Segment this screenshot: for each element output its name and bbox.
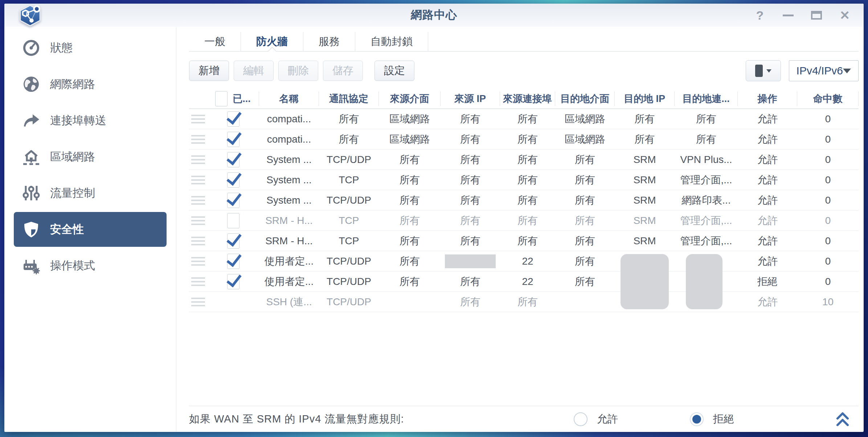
policy-radio-deny[interactable]: 拒絕 [690, 412, 734, 426]
cell-src_if: 所有 [379, 234, 441, 248]
policy-radio-allow[interactable]: 允許 [574, 412, 618, 426]
cell-protocol: TCP/UDP [319, 276, 379, 287]
rule-enabled-checkbox[interactable] [227, 132, 239, 147]
tab-general[interactable]: 一般 [189, 32, 241, 51]
drag-handle[interactable] [191, 115, 205, 123]
cell-dst_ip: 所有 [615, 112, 675, 126]
firewall-rule-row[interactable]: 使用者定...TCP/UDP所有22所有允許0 [189, 251, 859, 271]
column-header-protocol[interactable]: 通訊協定 [319, 91, 379, 106]
cell-src_ip [441, 254, 500, 268]
drag-handle[interactable] [191, 277, 205, 286]
cell-dst_port: 管理介面,... [675, 214, 738, 228]
tab-firewall[interactable]: 防火牆 [241, 32, 303, 51]
drag-handle[interactable] [191, 176, 205, 184]
minimize-icon[interactable] [782, 9, 795, 22]
tab-auto-block[interactable]: 自動封鎖 [355, 32, 428, 51]
cell-src_if: 區域網路 [379, 132, 441, 146]
cell-name: SRM - H... [259, 215, 319, 226]
cell-dst_if: 所有 [555, 234, 615, 248]
firewall-rule-row[interactable]: compati...所有區域網路所有所有區域網路所有所有允許0 [189, 109, 859, 129]
rule-enabled-checkbox[interactable] [227, 274, 239, 289]
column-header-dst_if[interactable]: 目的地介面 [555, 91, 615, 106]
maximize-icon[interactable] [810, 9, 823, 22]
cell-src_if: 區域網路 [379, 112, 441, 126]
rule-enabled-checkbox[interactable] [227, 213, 239, 228]
cell-dst_if: 所有 [555, 254, 615, 268]
cell-src_if: 所有 [379, 275, 441, 289]
firewall-rule-row[interactable]: 使用者定...TCP/UDP所有所有22所有拒絕0 [189, 271, 859, 292]
firewall-rule-row[interactable]: System ...TCP/UDP所有所有所有所有SRMVPN Plus...允… [189, 150, 859, 170]
column-header-dst_ip[interactable]: 目的地 IP [615, 91, 675, 106]
sidebar-item-security[interactable]: 安全性 [14, 212, 167, 247]
column-header-label: 名稱 [279, 92, 299, 105]
rule-enabled-checkbox[interactable] [227, 172, 239, 188]
sidebar-item-operation-mode[interactable]: 操作模式 [4, 248, 176, 284]
drag-handle[interactable] [191, 298, 205, 306]
collapse-panel-icon[interactable] [835, 411, 850, 427]
drag-handle[interactable] [191, 216, 205, 225]
column-header-action[interactable]: 操作 [738, 91, 797, 106]
rule-enabled-checkbox[interactable] [227, 233, 239, 249]
select-all-checkbox[interactable] [215, 91, 228, 106]
cell-name: compati... [259, 113, 319, 125]
cell-dst_if: 所有 [555, 153, 615, 167]
firewall-rule-row[interactable]: compati...所有區域網路所有所有區域網路所有所有允許0 [189, 129, 859, 150]
column-header-label: 目的地 IP [624, 92, 665, 105]
column-header-name[interactable]: 名稱 [259, 91, 319, 106]
firewall-rule-row[interactable]: System ...TCP所有所有所有所有SRM管理介面,...允許0 [189, 170, 859, 190]
firewall-rule-row[interactable]: SSH (連...TCP/UDP所有所有允許10 [189, 292, 859, 312]
create-button[interactable]: 新增 [189, 61, 229, 81]
cell-name: 使用者定... [259, 254, 319, 268]
cell-protocol: TCP/UDP [319, 256, 379, 267]
ip-version-select[interactable]: IPv4/IPv6 [789, 60, 859, 81]
column-header-src_if[interactable]: 來源介面 [379, 91, 441, 106]
cell-src_ip: 所有 [441, 275, 500, 289]
column-header-src_port[interactable]: 來源連接埠 [500, 91, 555, 106]
column-header-dst_port[interactable]: 目的地連... [675, 91, 738, 106]
column-header-hits[interactable]: 命中數 [797, 91, 859, 106]
rule-enabled-checkbox[interactable] [227, 152, 239, 167]
main-panel: 一般防火牆服務自動封鎖 新增編輯刪除儲存設定 IPv4/IPv6 已...名稱通… [176, 27, 864, 432]
sidebar-item-status[interactable]: 狀態 [4, 30, 176, 66]
sidebar-item-port-forwarding[interactable]: 連接埠轉送 [4, 102, 176, 139]
settings-button[interactable]: 設定 [374, 61, 414, 81]
cell-protocol: TCP [319, 174, 379, 186]
drag-handle[interactable] [191, 155, 205, 164]
column-header-label: 目的地介面 [560, 92, 609, 105]
column-header-enabled[interactable]: 已... [207, 91, 259, 106]
redacted-value [686, 254, 722, 309]
firewall-rule-row[interactable]: SRM - H...TCP所有所有所有所有SRM管理介面,...允許0 [189, 211, 859, 231]
close-icon[interactable]: ✕ [838, 9, 851, 22]
cell-dst_port: 網路印表... [675, 193, 738, 207]
rule-enabled-checkbox[interactable] [227, 254, 239, 269]
sidebar-item-internet[interactable]: 網際網路 [4, 66, 176, 102]
sidebar-item-local-network[interactable]: 區域網路 [4, 139, 176, 175]
drag-handle[interactable] [191, 237, 205, 245]
cell-dst_ip: SRM [615, 174, 675, 186]
firewall-rule-row[interactable]: SRM - H...TCP所有所有所有所有SRM管理介面,...允許0 [189, 231, 859, 251]
cell-protocol: TCP/UDP [319, 195, 379, 206]
sidebar-item-traffic-control[interactable]: 流量控制 [4, 175, 176, 211]
forward-icon [22, 112, 40, 129]
column-chooser-button[interactable] [746, 60, 781, 81]
tab-service[interactable]: 服務 [303, 32, 355, 51]
drag-handle[interactable] [191, 135, 205, 144]
column-header-label: 已... [233, 92, 251, 105]
rule-enabled-checkbox[interactable] [227, 111, 239, 127]
cell-protocol: TCP/UDP [319, 154, 379, 166]
cell-src_if: 所有 [379, 214, 441, 228]
firewall-rule-row[interactable]: System ...TCP/UDP所有所有所有所有SRM網路印表...允許0 [189, 190, 859, 211]
radio-icon [574, 412, 587, 426]
drag-handle[interactable] [191, 257, 205, 266]
help-icon[interactable]: ? [753, 9, 766, 22]
cell-src_ip: 所有 [441, 214, 500, 228]
cell-protocol: TCP [319, 215, 379, 226]
cell-dst_ip: 所有 [615, 132, 675, 146]
cell-src_ip: 所有 [441, 132, 500, 146]
rule-enabled-checkbox[interactable] [227, 193, 239, 208]
drag-handle[interactable] [191, 196, 205, 205]
column-header-src_ip[interactable]: 來源 IP [441, 91, 500, 106]
cell-src_port: 所有 [500, 112, 555, 126]
cell-hits: 10 [797, 296, 859, 308]
cell-hits: 0 [797, 154, 859, 166]
